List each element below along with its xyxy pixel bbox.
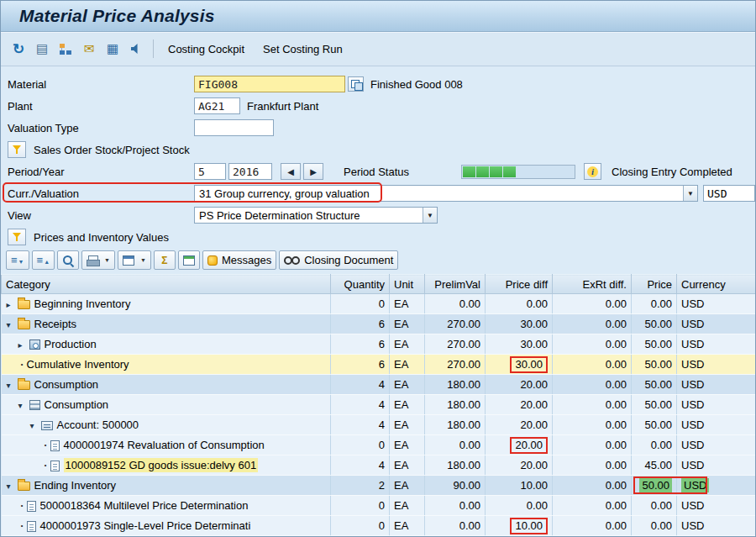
category-cell[interactable]: ▸Production bbox=[2, 334, 331, 355]
costing-cockpit-button[interactable]: Costing Cockpit bbox=[160, 40, 253, 58]
column-header[interactable]: Unit bbox=[390, 275, 425, 294]
prelim-cell[interactable]: 0.00 bbox=[425, 516, 486, 536]
unit-cell[interactable]: EA bbox=[390, 516, 425, 536]
currency-field[interactable]: USD bbox=[703, 185, 755, 202]
currency-cell[interactable]: USD bbox=[677, 435, 756, 455]
column-header[interactable]: Price diff bbox=[486, 275, 553, 294]
qty-cell[interactable]: 0 bbox=[331, 294, 390, 314]
details-icon[interactable] bbox=[31, 39, 53, 60]
category-cell[interactable]: ·1000089152 GD goods issue:delvy 601 bbox=[2, 455, 331, 476]
price-cell[interactable]: 50.00 bbox=[632, 334, 677, 355]
qty-cell[interactable]: 2 bbox=[331, 476, 390, 496]
hierarchy-icon[interactable] bbox=[55, 39, 76, 60]
currency-cell[interactable]: USD bbox=[677, 334, 756, 355]
prelim-cell[interactable]: 270.00 bbox=[425, 314, 486, 334]
unit-cell[interactable]: EA bbox=[390, 496, 425, 516]
qty-cell[interactable]: 0 bbox=[331, 496, 390, 516]
prelim-cell[interactable]: 270.00 bbox=[425, 334, 486, 355]
column-header[interactable]: Quantity bbox=[331, 275, 390, 294]
qty-cell[interactable]: 6 bbox=[331, 334, 390, 355]
price-diff-cell[interactable]: 20.00 bbox=[486, 415, 553, 435]
export-button[interactable] bbox=[178, 250, 200, 270]
prelim-cell[interactable]: 180.00 bbox=[425, 395, 486, 415]
column-header[interactable]: PrelimVal bbox=[425, 275, 486, 294]
exrt-cell[interactable]: 0.00 bbox=[553, 355, 632, 375]
sum-button[interactable] bbox=[154, 250, 176, 270]
price-cell[interactable]: 0.00 bbox=[632, 435, 677, 455]
refresh-icon[interactable] bbox=[8, 39, 29, 60]
currency-cell[interactable]: USD bbox=[677, 455, 756, 476]
price-cell[interactable]: 50.00 bbox=[632, 314, 677, 334]
info-button[interactable]: i bbox=[584, 163, 601, 180]
closing-document-button[interactable]: Closing Document bbox=[279, 250, 398, 270]
category-cell[interactable]: ·4000001973 Single-Level Price Determina… bbox=[2, 516, 331, 536]
price-diff-cell[interactable]: 10.00 bbox=[486, 476, 553, 496]
price-cell[interactable]: 0.00 bbox=[632, 496, 677, 516]
currency-cell[interactable]: USD bbox=[677, 355, 756, 375]
qty-cell[interactable]: 0 bbox=[331, 516, 390, 536]
prelim-cell[interactable]: 180.00 bbox=[425, 415, 486, 435]
price-diff-cell[interactable]: 10.00 bbox=[486, 516, 553, 536]
price-cell[interactable]: 0.00 bbox=[632, 294, 677, 314]
unit-cell[interactable]: EA bbox=[390, 334, 425, 355]
currency-cell[interactable]: USD bbox=[677, 314, 756, 334]
category-cell[interactable]: ▾Account: 500000 bbox=[2, 415, 331, 435]
price-cell[interactable]: 50.00 bbox=[632, 395, 677, 415]
valuation-type-input[interactable] bbox=[194, 119, 274, 136]
price-diff-cell[interactable]: 20.00 bbox=[486, 435, 553, 455]
exrt-cell[interactable]: 0.00 bbox=[553, 455, 632, 476]
expand-arrow-icon[interactable]: ▾ bbox=[30, 421, 41, 430]
price-diff-cell[interactable]: 30.00 bbox=[486, 314, 553, 334]
table-icon[interactable] bbox=[102, 39, 123, 60]
qty-cell[interactable]: 6 bbox=[331, 355, 390, 375]
unit-cell[interactable]: EA bbox=[390, 455, 425, 476]
column-header[interactable]: Currency bbox=[677, 275, 756, 294]
exrt-cell[interactable]: 0.00 bbox=[553, 314, 632, 334]
column-header[interactable]: Category bbox=[2, 275, 331, 294]
qty-cell[interactable]: 4 bbox=[331, 415, 390, 435]
price-diff-cell[interactable]: 0.00 bbox=[486, 294, 553, 314]
layout-button[interactable] bbox=[118, 250, 151, 270]
section-header-button[interactable] bbox=[8, 229, 26, 245]
prelim-cell[interactable]: 0.00 bbox=[425, 496, 486, 516]
expand-arrow-icon[interactable]: ▾ bbox=[7, 381, 18, 390]
curr-valuation-select[interactable]: 31 Group currency, group valuation ▼ bbox=[194, 185, 698, 202]
expand-arrow-icon[interactable]: ▾ bbox=[7, 320, 18, 329]
qty-cell[interactable]: 4 bbox=[331, 375, 390, 395]
category-cell[interactable]: ·Cumulative Inventory bbox=[2, 355, 331, 375]
unit-cell[interactable]: EA bbox=[390, 294, 425, 314]
next-period-button[interactable]: ▶ bbox=[303, 163, 323, 180]
exrt-cell[interactable]: 0.00 bbox=[553, 516, 632, 536]
price-cell[interactable]: 50.00 bbox=[632, 476, 677, 496]
currency-cell[interactable]: USD bbox=[677, 415, 756, 435]
price-diff-cell[interactable]: 30.00 bbox=[486, 355, 553, 375]
qty-cell[interactable]: 4 bbox=[331, 395, 390, 415]
sort-ascending-button[interactable] bbox=[32, 250, 55, 270]
exrt-cell[interactable]: 0.00 bbox=[553, 415, 632, 435]
unit-cell[interactable]: EA bbox=[390, 375, 425, 395]
price-cell[interactable]: 50.00 bbox=[632, 355, 677, 375]
qty-cell[interactable]: 0 bbox=[331, 435, 390, 455]
price-cell[interactable]: 50.00 bbox=[632, 415, 677, 435]
exrt-cell[interactable]: 0.00 bbox=[553, 476, 632, 496]
currency-cell[interactable]: USD bbox=[677, 516, 756, 536]
dropdown-arrow-icon[interactable]: ▼ bbox=[683, 186, 697, 201]
sales-order-stock-button[interactable] bbox=[8, 141, 26, 158]
category-cell[interactable]: ▸Beginning Inventory bbox=[2, 294, 331, 314]
prelim-cell[interactable]: 180.00 bbox=[425, 375, 486, 395]
column-header[interactable]: ExRt diff. bbox=[553, 275, 632, 294]
category-cell[interactable]: ·4000001974 Revaluation of Consumption bbox=[2, 435, 331, 455]
currency-cell[interactable]: USD bbox=[677, 476, 756, 496]
prelim-cell[interactable]: 0.00 bbox=[425, 435, 486, 455]
currency-cell[interactable]: USD bbox=[677, 294, 756, 314]
exrt-cell[interactable]: 0.00 bbox=[553, 334, 632, 355]
unit-cell[interactable]: EA bbox=[390, 355, 425, 375]
price-cell[interactable]: 45.00 bbox=[632, 455, 677, 476]
expand-arrow-icon[interactable]: ▸ bbox=[18, 340, 29, 350]
price-cell[interactable]: 50.00 bbox=[632, 375, 677, 395]
currency-cell[interactable]: USD bbox=[677, 375, 756, 395]
currency-cell[interactable]: USD bbox=[677, 496, 756, 516]
find-button[interactable] bbox=[57, 250, 79, 270]
set-costing-run-button[interactable]: Set Costing Run bbox=[255, 40, 351, 58]
qty-cell[interactable]: 4 bbox=[331, 455, 390, 476]
